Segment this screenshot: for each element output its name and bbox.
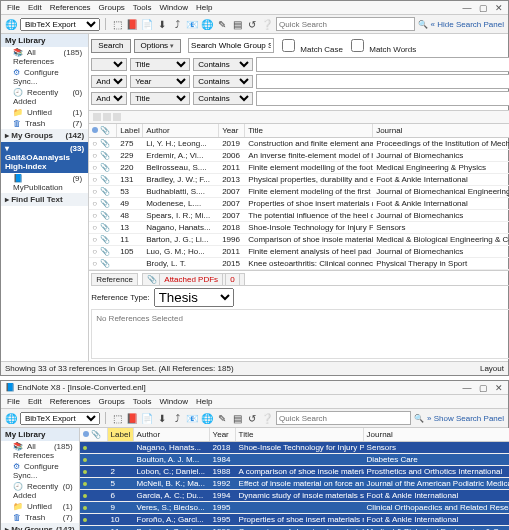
menu-window[interactable]: Window xyxy=(160,3,188,12)
sort-icon[interactable]: ▤ xyxy=(231,18,243,30)
table-row[interactable]: 2 Lobon, C.; Daniel... 1988 A comparison… xyxy=(80,466,509,478)
attached-pdfs-tab[interactable]: 📎 Attached PDFs 0 xyxy=(142,273,245,285)
menu-window[interactable]: Window xyxy=(160,397,188,406)
menu-tools[interactable]: Tools xyxy=(133,397,152,406)
minimize-icon[interactable]: — xyxy=(462,3,472,13)
search-value-input[interactable] xyxy=(256,74,509,89)
tool-icon[interactable]: 📄 xyxy=(141,18,153,30)
table-row[interactable]: 6 Garcia, A. C.; Du... 1994 Dynamic stud… xyxy=(80,490,509,502)
sidebar-configure-sync[interactable]: ⚙Configure Sync... xyxy=(1,461,79,481)
table-row[interactable]: 5 McNeil, B. K.; Ma... 1992 Effect of in… xyxy=(80,478,509,490)
menu-references[interactable]: References xyxy=(50,397,91,406)
minimize-icon[interactable]: — xyxy=(462,383,472,393)
sidebar-configure-sync[interactable]: ⚙Configure Sync... xyxy=(1,67,88,87)
tool-icon[interactable]: ↺ xyxy=(246,412,258,424)
show-search-panel-link[interactable]: » Show Search Panel xyxy=(427,414,504,423)
menu-help[interactable]: Help xyxy=(196,397,212,406)
search-value-input[interactable] xyxy=(256,57,509,72)
table-row[interactable]: ○ 📎 53 Budhablatti, S.... 2007 Finite el… xyxy=(89,186,509,198)
col-title[interactable]: Title xyxy=(245,124,373,137)
hide-search-panel-link[interactable]: « Hide Search Panel xyxy=(431,20,504,29)
close-icon[interactable]: ✕ xyxy=(494,3,504,13)
menu-file[interactable]: File xyxy=(7,3,20,12)
op-select[interactable]: Contains xyxy=(193,92,253,105)
search-value-input[interactable] xyxy=(256,91,509,106)
menu-tools[interactable]: Tools xyxy=(133,3,152,12)
table-row[interactable]: ○ 📎 131 Bradley, J. W.; F... 2013 Physic… xyxy=(89,174,509,186)
globe-icon[interactable]: 🌐 xyxy=(5,412,17,424)
field-select[interactable]: Year xyxy=(130,75,190,88)
search-icon[interactable]: 🔍 xyxy=(418,20,428,29)
tool-icon[interactable]: ↺ xyxy=(246,18,258,30)
reference-tab[interactable]: Reference xyxy=(91,273,138,285)
quick-search-input[interactable] xyxy=(276,17,415,31)
sidebar-unfiled[interactable]: 📁Unfiled(1) xyxy=(1,107,88,118)
sidebar-unfiled[interactable]: 📁Unfiled(1) xyxy=(1,501,79,512)
maximize-icon[interactable]: ▢ xyxy=(478,383,488,393)
quick-search-input[interactable] xyxy=(276,411,411,425)
tool-icon[interactable]: ⬚ xyxy=(111,18,123,30)
sort-icon[interactable]: ▤ xyxy=(231,412,243,424)
table-row[interactable]: ○ 📎 105 Luo, G. M.; Ho... 2011 Finite el… xyxy=(89,246,509,258)
col-label[interactable]: Label xyxy=(117,124,143,137)
sidebar-recently-added[interactable]: 🕘Recently Added(0) xyxy=(1,481,79,501)
output-style-select[interactable]: BibTeX Export xyxy=(20,18,100,31)
table-row[interactable]: 10 Foroño, A.; Garci... 1995 Properties … xyxy=(80,514,509,526)
table-row[interactable]: 9 Veres, S.; Bledso... 1995 Clinical Ort… xyxy=(80,502,509,514)
op-select[interactable]: Contains xyxy=(193,58,253,71)
bool-select[interactable]: And xyxy=(91,92,127,105)
sidebar-all-references[interactable]: 📚All References(185) xyxy=(1,47,88,67)
tool-icon[interactable]: ⤴ xyxy=(171,412,183,424)
col-author[interactable]: Author xyxy=(143,124,219,137)
maximize-icon[interactable]: ▢ xyxy=(478,3,488,13)
menu-references[interactable]: References xyxy=(50,3,91,12)
menu-edit[interactable]: Edit xyxy=(28,397,42,406)
sidebar-trash[interactable]: 🗑Trash(7) xyxy=(1,118,88,129)
menu-groups[interactable]: Groups xyxy=(99,397,125,406)
sidebar-mypublication[interactable]: 📘 MyPublication(9) xyxy=(1,173,88,193)
tool-icon[interactable]: 📕 xyxy=(126,18,138,30)
menu-edit[interactable]: Edit xyxy=(28,3,42,12)
table-row[interactable]: Boulton, A. J. M... 1984 Diabetes Care xyxy=(80,454,509,466)
col-label[interactable]: Label xyxy=(108,428,134,441)
bool-select[interactable]: And xyxy=(91,75,127,88)
col-title[interactable]: Title xyxy=(236,428,364,441)
col-journal[interactable]: Journal xyxy=(373,124,509,137)
tool-icon[interactable]: ⬚ xyxy=(111,412,123,424)
search-scope-select[interactable] xyxy=(188,38,274,53)
my-groups-header[interactable]: ▸ My Groups(142) xyxy=(1,523,79,530)
tool-icon[interactable]: ❔ xyxy=(261,412,273,424)
table-row[interactable]: ○ 📎 Brody, L. T. 2015 Knee osteoarthriti… xyxy=(89,258,509,270)
search-button[interactable]: Search xyxy=(91,39,130,53)
sidebar-all-references[interactable]: 📚All References(185) xyxy=(1,441,79,461)
sidebar-trash[interactable]: 🗑Trash(7) xyxy=(1,512,79,523)
table-row[interactable]: 11 Barton, J. G.; Li... 1996 Comparison … xyxy=(80,526,509,530)
search-icon[interactable]: 🔍 xyxy=(414,414,424,423)
tool-icon[interactable]: 🌐 xyxy=(201,412,213,424)
tool-icon[interactable]: 📧 xyxy=(186,18,198,30)
tool-icon[interactable]: ⬇ xyxy=(156,18,168,30)
tool-icon[interactable]: 📕 xyxy=(126,412,138,424)
sidebar-recently-added[interactable]: 🕘Recently Added(0) xyxy=(1,87,88,107)
table-row[interactable]: ○ 📎 11 Barton, J. G.; Li... 1996 Compari… xyxy=(89,234,509,246)
tool-icon[interactable]: ⬇ xyxy=(156,412,168,424)
output-style-select[interactable]: BibTeX Export xyxy=(20,412,100,425)
sort-icons[interactable] xyxy=(93,113,121,121)
globe-icon[interactable]: 🌐 xyxy=(5,18,17,30)
bool-select[interactable] xyxy=(91,58,127,71)
table-row[interactable]: ○ 📎 229 Erdemir, A.; Vi... 2006 An inver… xyxy=(89,150,509,162)
table-row[interactable]: ○ 📎 220 Belirosseau, S.... 2011 Finite e… xyxy=(89,162,509,174)
table-row[interactable]: ○ 📎 49 Modenese, L.... 2007 Properties o… xyxy=(89,198,509,210)
tool-icon[interactable]: ✎ xyxy=(216,18,228,30)
field-select[interactable]: Title xyxy=(130,92,190,105)
table-row[interactable]: ○ 📎 13 Nagano, Hanats... 2018 Shoe-Insol… xyxy=(89,222,509,234)
tool-icon[interactable]: ✎ xyxy=(216,412,228,424)
status-col-icon[interactable] xyxy=(83,431,89,437)
gait-group-header[interactable]: ▾ Gait&OAanalysis High-index(33) xyxy=(1,142,88,173)
close-icon[interactable]: ✕ xyxy=(494,383,504,393)
match-case-checkbox[interactable]: Match Case xyxy=(278,36,343,55)
tool-icon[interactable]: ⤴ xyxy=(171,18,183,30)
match-words-checkbox[interactable]: Match Words xyxy=(347,36,416,55)
find-full-text-header[interactable]: ▸ Find Full Text xyxy=(1,193,88,206)
field-select[interactable]: Title xyxy=(130,58,190,71)
